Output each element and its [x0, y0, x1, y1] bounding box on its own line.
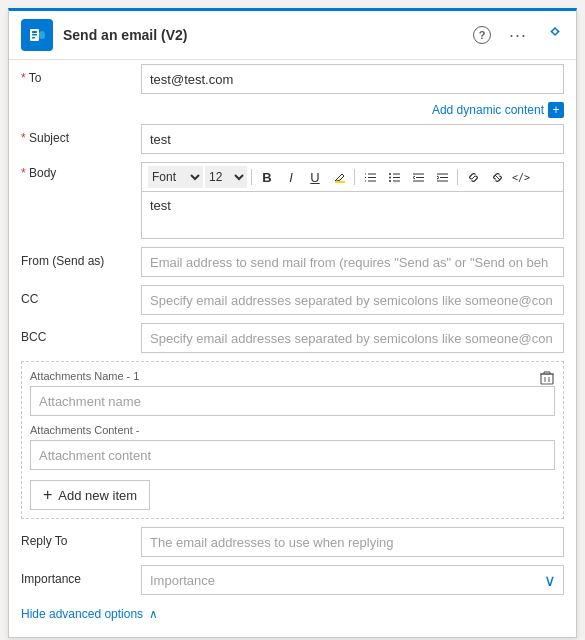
link-button[interactable]: [462, 166, 484, 188]
to-field-row: To: [21, 64, 564, 94]
unlink-button[interactable]: [486, 166, 508, 188]
to-label: To: [21, 64, 141, 85]
outlook-icon: [21, 19, 53, 51]
svg-point-13: [389, 173, 391, 175]
add-new-item-plus-icon: +: [43, 486, 52, 504]
hide-advanced-label: Hide advanced options: [21, 607, 143, 621]
attachment-content-input[interactable]: [30, 440, 555, 470]
hide-advanced-chevron-icon: ∧: [149, 607, 158, 621]
body-toolbar: Font Arial Calibri 12 891011 141618 B I …: [141, 162, 564, 191]
font-size-select[interactable]: 12 891011 141618: [205, 166, 247, 188]
subject-input[interactable]: [141, 124, 564, 154]
toolbar-sep-1: [251, 169, 252, 185]
attachment-name-input[interactable]: [30, 386, 555, 416]
card-body: To Add dynamic content + Subject Body Fo…: [9, 60, 576, 637]
bcc-input[interactable]: [141, 323, 564, 353]
body-text: test: [150, 198, 171, 213]
ordered-list-button[interactable]: [359, 166, 381, 188]
collapse-button[interactable]: [546, 24, 564, 47]
send-email-card: Send an email (V2) ? ··· To Add dyn: [8, 8, 577, 638]
unordered-list-button[interactable]: [383, 166, 405, 188]
svg-point-17: [389, 180, 391, 182]
bold-button[interactable]: B: [256, 166, 278, 188]
bcc-label: BCC: [21, 323, 141, 344]
font-select[interactable]: Font Arial Calibri: [148, 166, 203, 188]
delete-attachment-button[interactable]: [539, 370, 555, 389]
body-label: Body: [21, 162, 141, 180]
from-input[interactable]: [141, 247, 564, 277]
importance-select-wrapper: Importance Low Normal High ∨: [141, 565, 564, 595]
svg-rect-27: [541, 374, 553, 384]
from-label: From (Send as): [21, 247, 141, 268]
indent-decrease-button[interactable]: [407, 166, 429, 188]
to-input[interactable]: [141, 64, 564, 94]
svg-line-25: [472, 176, 475, 179]
subject-label: Subject: [21, 124, 141, 145]
add-new-item-button[interactable]: + Add new item: [30, 480, 150, 510]
svg-rect-2: [32, 31, 37, 33]
help-button[interactable]: ?: [470, 23, 494, 47]
bcc-field-row: BCC: [21, 323, 564, 353]
importance-select[interactable]: Importance Low Normal High: [141, 565, 564, 595]
subject-field-row: Subject: [21, 124, 564, 154]
body-field-row: Body Font Arial Calibri 12 891011 141618…: [21, 162, 564, 239]
svg-point-5: [39, 31, 45, 39]
italic-button[interactable]: I: [280, 166, 302, 188]
reply-to-field-row: Reply To: [21, 527, 564, 557]
svg-point-15: [389, 176, 391, 178]
cc-field-row: CC: [21, 285, 564, 315]
attachment-name-label: Attachments Name - 1: [30, 370, 555, 382]
reply-to-input[interactable]: [141, 527, 564, 557]
cc-input[interactable]: [141, 285, 564, 315]
from-field-row: From (Send as): [21, 247, 564, 277]
attachments-section: Attachments Name - 1 Attachments Content…: [21, 361, 564, 519]
toolbar-sep-3: [457, 169, 458, 185]
importance-field-row: Importance Importance Low Normal High ∨: [21, 565, 564, 595]
add-dynamic-label[interactable]: Add dynamic content: [432, 103, 544, 117]
cc-label: CC: [21, 285, 141, 306]
add-new-item-label: Add new item: [58, 488, 137, 503]
importance-label: Importance: [21, 565, 141, 586]
add-dynamic-row: Add dynamic content +: [21, 102, 564, 118]
card-title: Send an email (V2): [63, 27, 187, 43]
body-editor-container: Font Arial Calibri 12 891011 141618 B I …: [141, 162, 564, 239]
underline-button[interactable]: U: [304, 166, 326, 188]
add-dynamic-plus-icon[interactable]: +: [548, 102, 564, 118]
header-actions: ? ···: [470, 23, 564, 47]
code-button[interactable]: </>: [510, 166, 532, 188]
attachment-content-label: Attachments Content -: [30, 424, 555, 436]
more-options-button[interactable]: ···: [506, 23, 530, 47]
hide-advanced-button[interactable]: Hide advanced options ∧: [21, 603, 564, 625]
header-left: Send an email (V2): [21, 19, 187, 51]
card-header: Send an email (V2) ? ···: [9, 11, 576, 60]
body-editor[interactable]: test: [141, 191, 564, 239]
reply-to-label: Reply To: [21, 527, 141, 548]
indent-increase-button[interactable]: [431, 166, 453, 188]
svg-rect-4: [32, 37, 35, 39]
highlight-button[interactable]: [328, 166, 350, 188]
svg-rect-3: [32, 34, 37, 36]
toolbar-sep-2: [354, 169, 355, 185]
